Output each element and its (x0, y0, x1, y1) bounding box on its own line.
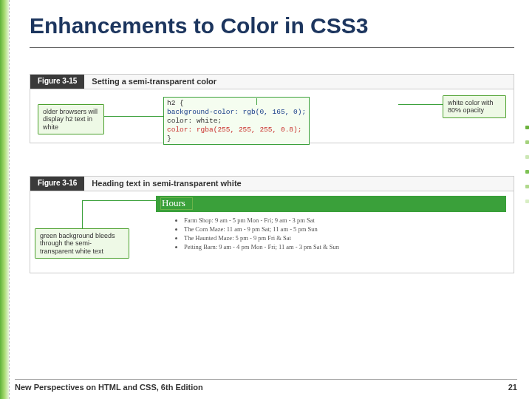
hours-list: Farm Shop: 9 am - 5 pm Mon - Fri; 9 am -… (175, 216, 506, 252)
slide-footer: New Perspectives on HTML and CSS, 6th Ed… (15, 379, 517, 392)
callout-green-bleed: green background bleeds through the semi… (35, 228, 129, 259)
figure-header: Figure 3-15 Setting a semi-transparent c… (30, 75, 514, 89)
left-dashed-divider (9, 0, 10, 399)
code-line: } (167, 134, 306, 143)
figure-badge: Figure 3-16 (30, 177, 84, 191)
arrow-down-bgcolor (256, 98, 257, 105)
figure-body: older browsers will display h2 text in w… (30, 89, 514, 143)
content-area: Figure 3-15 Setting a semi-transparent c… (30, 74, 514, 355)
arrow-vertical (82, 200, 83, 228)
figure-3-15: Figure 3-15 Setting a semi-transparent c… (30, 74, 514, 143)
figure-badge: Figure 3-15 (30, 75, 84, 89)
code-line: color: rgba(255, 255, 255, 0.8); (167, 126, 306, 134)
figure-title: Heading text in semi-transparent white (84, 177, 248, 191)
left-gradient-stripe (0, 0, 9, 399)
list-item: Petting Barn: 9 am - 4 pm Mon - Fri; 11 … (184, 243, 506, 250)
figure-body: Hours green background bleeds through th… (30, 191, 514, 273)
code-line: background-color: rgb(0, 165, 0); (167, 108, 306, 117)
list-item: Farm Shop: 9 am - 5 pm Mon - Fri; 9 am -… (184, 216, 506, 224)
hours-text-highlight-box (160, 197, 193, 210)
list-item: The Corn Maze: 11 am - 9 pm Sat; 11 am -… (184, 225, 506, 233)
arrow-left-to-code (104, 116, 163, 117)
arrow-horizontal (82, 200, 160, 201)
code-line: h2 { (167, 99, 306, 108)
right-decor-dots (525, 0, 529, 399)
title-underline (30, 47, 514, 48)
figure-title: Setting a semi-transparent color (84, 75, 224, 89)
code-line: color: white; (167, 117, 306, 126)
hours-heading-bar: Hours (156, 196, 506, 212)
figure-header: Figure 3-16 Heading text in semi-transpa… (30, 177, 514, 191)
callout-older-browsers: older browsers will display h2 text in w… (38, 104, 104, 134)
list-item: The Haunted Maze: 5 pm - 9 pm Fri & Sat (184, 234, 506, 242)
page-number: 21 (508, 383, 517, 392)
arrow-right-to-code (398, 104, 443, 105)
css-code-block: h2 { background-color: rgb(0, 165, 0); c… (163, 97, 310, 145)
callout-opacity: white color with 80% opacity (443, 95, 506, 118)
slide-title: Enhancements to Color in CSS3 (30, 13, 368, 38)
footer-source: New Perspectives on HTML and CSS, 6th Ed… (15, 383, 203, 392)
figure-3-16: Figure 3-16 Heading text in semi-transpa… (30, 176, 514, 273)
